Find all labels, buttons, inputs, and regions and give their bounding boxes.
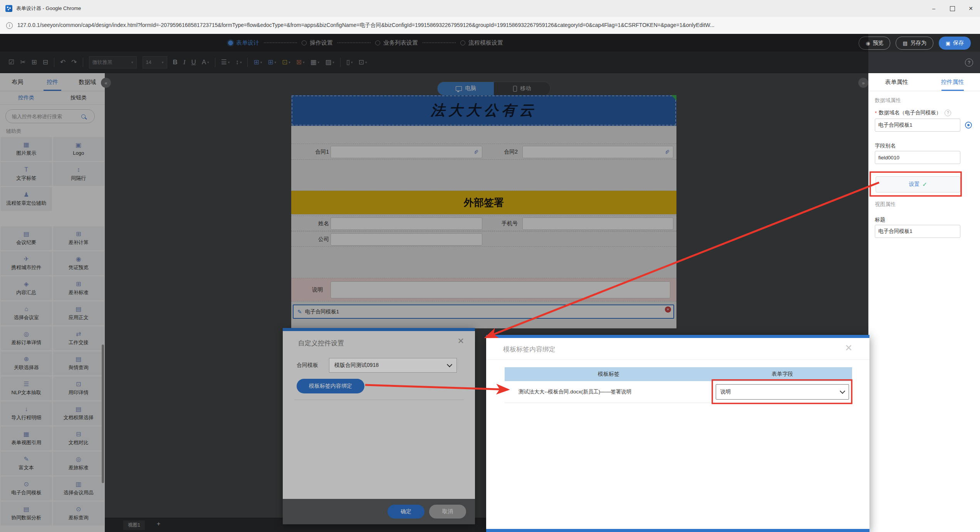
properties-panel: 表单属性 控件属性 数据域属性 * 数据域名（电子合同模板） ? 字段别名 设置… (868, 73, 980, 532)
settings-button[interactable]: 设置 ✓ (876, 176, 960, 192)
header-actions: ◉ 预览 ▤ 另存为 ▣ 保存 (859, 37, 971, 49)
tab-form-properties[interactable]: 表单属性 (869, 73, 925, 91)
col-form-field: 表单字段 (713, 367, 852, 381)
browser-titlebar: 表单设计器 - Google Chrome – ✕ (0, 0, 980, 17)
form-designer-window: 表单设计器 - Google Chrome – ✕ i 127.0.0.1/se… (0, 0, 980, 532)
domain-name-label: * 数据域名（电子合同模板） ? (875, 109, 951, 116)
site-info-icon[interactable]: i (6, 22, 13, 29)
help-circle-icon[interactable]: ? (945, 110, 951, 116)
seeyon-favicon (5, 5, 12, 12)
domain-name-input[interactable] (875, 119, 960, 132)
close-button[interactable]: ✕ (962, 0, 980, 17)
view-section-title: 视图属性 (875, 201, 896, 208)
save-as-button[interactable]: ▤ 另存为 (896, 37, 933, 50)
properties-tabs: 表单属性 控件属性 (869, 73, 980, 91)
window-title: 表单设计器 - Google Chrome (16, 5, 81, 12)
tab-control-properties[interactable]: 控件属性 (925, 73, 980, 91)
check-icon: ✓ (922, 181, 927, 188)
chevron-down-icon (840, 388, 845, 394)
url-text[interactable]: 127.0.0.1/seeyon/common/cap4/design/inde… (17, 22, 965, 29)
dialog-title: 模板标签内容绑定 (503, 345, 555, 354)
col-template-tag: 模板标签 (505, 367, 713, 381)
action-icon: ▣ (946, 40, 950, 46)
help-icon[interactable]: ? (965, 59, 973, 67)
template-tag-cell: 测试法大大--模板合同.docx(新员工)——签署说明 (505, 381, 713, 403)
tag-binding-table: 模板标签 表单字段 测试法大大--模板合同.docx(新员工)——签署说明 说明 (505, 367, 852, 403)
table-row: 测试法大大--模板合同.docx(新员工)——签署说明 说明 (505, 381, 852, 403)
data-domain-section-title: 数据域属性 (875, 97, 901, 104)
title-label: 标题 (875, 216, 885, 223)
maximize-icon (950, 6, 955, 11)
locate-field-icon[interactable] (965, 122, 972, 129)
dialog-accent-bar (486, 529, 869, 532)
save-button[interactable]: ▣ 保存 (939, 37, 971, 50)
dialog-accent-bar (486, 335, 869, 338)
field-alias-input[interactable] (875, 151, 960, 164)
action-icon: ▤ (903, 40, 907, 46)
divider (486, 360, 869, 360)
table-header-row: 模板标签 表单字段 (505, 367, 852, 381)
close-icon[interactable]: ✕ (845, 343, 852, 353)
field-alias-label: 字段别名 (875, 142, 896, 149)
browser-address-bar[interactable]: i 127.0.0.1/seeyon/common/cap4/design/in… (0, 17, 980, 34)
minimize-button[interactable]: – (925, 0, 943, 17)
template-tag-bind-dialog: 模板标签内容绑定 ✕ 模板标签 表单字段 测试法大大--模板合同.docx(新员… (486, 335, 869, 532)
form-field-select[interactable]: 说明 (716, 384, 849, 400)
maximize-button[interactable] (943, 0, 962, 17)
title-input[interactable] (875, 225, 960, 238)
